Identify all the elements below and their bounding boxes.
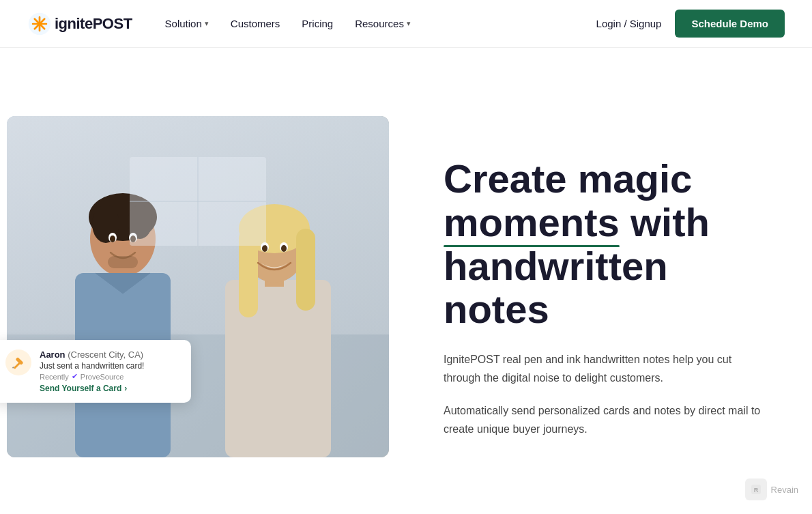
notification-source: Recently ✔ ProveSource xyxy=(40,372,179,381)
nav-link-customers[interactable]: Customers xyxy=(222,12,289,35)
nav-link-resources[interactable]: Resources ▾ xyxy=(347,12,419,35)
revain-icon: R xyxy=(745,479,767,500)
svg-point-16 xyxy=(110,235,115,242)
logo-text: ignitePOST xyxy=(55,15,132,33)
notification-name: Aaron (Crescent City, CA) xyxy=(40,349,179,360)
hero-description-2: Automatically send personalized cards an… xyxy=(444,401,771,438)
svg-text:R: R xyxy=(753,487,758,494)
notification-icon xyxy=(5,349,31,375)
nav-link-pricing[interactable]: Pricing xyxy=(293,12,341,35)
nav-link-solution[interactable]: Solution ▾ xyxy=(157,12,217,35)
couple-illustration xyxy=(7,116,389,457)
headline-moments: moments xyxy=(444,201,620,244)
notification-cta-link[interactable]: Send Yourself a Card › xyxy=(40,384,179,393)
login-link[interactable]: Login / Signup xyxy=(596,18,662,29)
nav-item-pricing[interactable]: Pricing xyxy=(293,12,341,35)
revain-text: Revain xyxy=(771,485,798,495)
nav-links: Solution ▾ Customers Pricing Resources ▾ xyxy=(157,12,419,35)
pen-icon xyxy=(11,355,26,370)
check-icon: ✔ xyxy=(72,372,78,381)
svg-rect-24 xyxy=(296,229,315,311)
hero-content-side: Create magic moments with handwritten no… xyxy=(396,48,812,466)
chevron-down-icon-2: ▾ xyxy=(407,19,411,28)
nav-item-solution[interactable]: Solution ▾ xyxy=(157,12,217,35)
navbar-left: ignitePOST Solution ▾ Customers Pricing xyxy=(27,12,419,36)
arrow-right-icon: › xyxy=(124,384,127,393)
hero-headline: Create magic moments with handwritten no… xyxy=(444,157,778,331)
notification-location: (Crescent City, CA) xyxy=(68,349,143,360)
nav-item-customers[interactable]: Customers xyxy=(222,12,289,35)
nav-item-resources[interactable]: Resources ▾ xyxy=(347,12,419,35)
chevron-down-icon: ▾ xyxy=(205,19,209,28)
hero-image-side: Aaron (Crescent City, CA) Just sent a ha… xyxy=(0,48,396,457)
svg-point-27 xyxy=(262,245,267,252)
hero-image xyxy=(7,116,389,457)
navbar-right: Login / Signup Schedule Demo xyxy=(596,10,785,38)
hero-description-1: IgnitePOST real pen and ink handwritten … xyxy=(444,350,771,387)
navbar: ignitePOST Solution ▾ Customers Pricing xyxy=(0,0,812,48)
svg-rect-18 xyxy=(108,256,138,268)
revain-badge: R Revain xyxy=(745,479,798,500)
notification-popup: Aaron (Crescent City, CA) Just sent a ha… xyxy=(0,340,191,403)
logo[interactable]: ignitePOST xyxy=(27,12,132,36)
notification-content: Aaron (Crescent City, CA) Just sent a ha… xyxy=(40,349,179,393)
logo-icon xyxy=(27,12,52,36)
schedule-demo-button[interactable]: Schedule Demo xyxy=(675,10,785,38)
svg-point-28 xyxy=(281,245,287,252)
notification-action: Just sent a handwritten card! xyxy=(40,361,179,371)
hero-section: Aaron (Crescent City, CA) Just sent a ha… xyxy=(0,48,812,514)
